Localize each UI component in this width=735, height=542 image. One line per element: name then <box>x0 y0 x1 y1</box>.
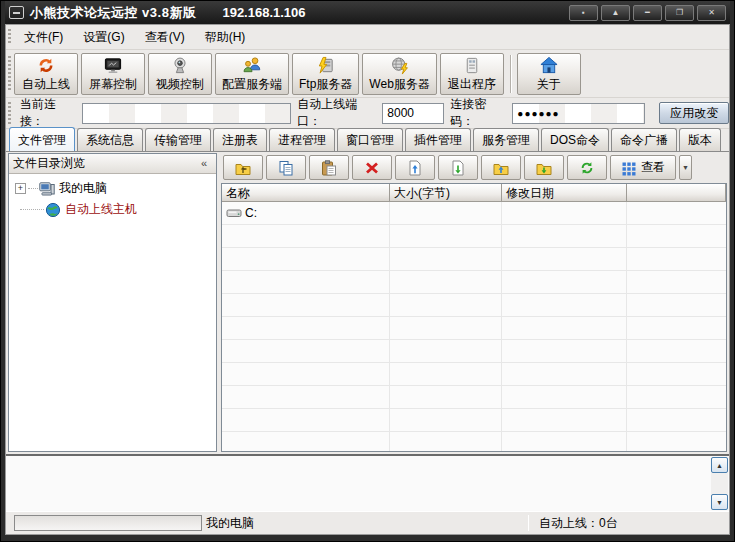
empty-row <box>222 386 726 409</box>
download-folder-icon <box>536 160 552 176</box>
apply-changes-button[interactable]: 应用改变 <box>659 102 729 124</box>
tab-process-management[interactable]: 进程管理 <box>269 128 335 151</box>
status-bar: 我的电脑 自动上线：0台 <box>6 511 729 534</box>
auto-online-button[interactable]: 自动上线 <box>14 53 78 95</box>
upload-file-button[interactable] <box>395 155 435 180</box>
file-name: C: <box>245 206 257 220</box>
file-extra-cell <box>627 202 726 224</box>
screen-control-icon <box>103 56 123 75</box>
scroll-down-button[interactable]: ▼ <box>711 494 728 510</box>
status-location: 我的电脑 <box>202 515 528 532</box>
download-file-button[interactable] <box>438 155 478 180</box>
configure-server-label: 配置服务端 <box>222 76 282 93</box>
about-label: 关于 <box>537 76 561 93</box>
empty-row <box>222 271 726 294</box>
tree-label-auto-online-hosts: 自动上线主机 <box>65 201 137 218</box>
menu-help[interactable]: 帮助(H) <box>195 26 256 49</box>
video-control-button[interactable]: 视频控制 <box>148 53 212 95</box>
video-control-label: 视频控制 <box>156 76 204 93</box>
column-header-name[interactable]: 名称 <box>222 184 390 202</box>
globe-icon <box>45 202 61 218</box>
empty-row <box>222 363 726 386</box>
file-row-c-drive[interactable]: C: <box>222 202 726 225</box>
menu-file[interactable]: 文件(F) <box>14 26 73 49</box>
tab-registry[interactable]: 注册表 <box>213 128 267 151</box>
up-directory-button[interactable] <box>223 155 263 180</box>
connection-bar: 当前连接： 自动上线端口： 连接密码： 应用改变 <box>6 98 729 129</box>
tab-system-info[interactable]: 系统信息 <box>77 128 143 151</box>
connect-password-label: 连接密码： <box>450 96 508 130</box>
empty-row <box>222 225 726 248</box>
exit-program-icon <box>462 56 482 75</box>
download-folder-button[interactable] <box>524 155 564 180</box>
tab-window-management[interactable]: 窗口管理 <box>337 128 403 151</box>
about-house-icon <box>539 56 559 75</box>
web-server-icon <box>390 56 410 75</box>
scroll-up-button[interactable]: ▲ <box>711 457 728 473</box>
screen-control-button[interactable]: 屏幕控制 <box>81 53 145 95</box>
ftp-server-label: Ftp服务器 <box>299 76 352 93</box>
rollup-button[interactable]: ▲ <box>601 5 630 21</box>
sidebar-title: 文件目录浏览 <box>13 155 85 172</box>
tab-plugin-management[interactable]: 插件管理 <box>405 128 471 151</box>
tab-transfer-management[interactable]: 传输管理 <box>145 128 211 151</box>
close-button[interactable]: ✕ <box>697 5 726 21</box>
connect-password-input[interactable] <box>512 103 645 124</box>
ftp-server-button[interactable]: Ftp服务器 <box>292 53 359 95</box>
column-header-modified[interactable]: 修改日期 <box>502 184 627 202</box>
expand-icon[interactable]: + <box>15 183 26 194</box>
exit-program-button[interactable]: 退出程序 <box>440 53 504 95</box>
pin-button[interactable]: ▪ <box>569 5 598 21</box>
minimize-button[interactable]: ━ <box>633 5 662 21</box>
window-title: 小熊技术论坛远控 v3.8新版 <box>30 4 196 22</box>
menu-settings[interactable]: 设置(G) <box>73 26 134 49</box>
menu-view[interactable]: 查看(V) <box>135 26 195 49</box>
connection-grip-handle[interactable] <box>8 102 11 124</box>
delete-button[interactable] <box>352 155 392 180</box>
file-list-panel: 名称 大小(字节) 修改日期 <box>221 183 727 452</box>
directory-tree: + 我的电脑 <box>9 174 216 224</box>
ftp-server-icon <box>316 56 336 75</box>
configure-server-icon <box>242 56 262 75</box>
file-size-cell <box>390 202 502 224</box>
tab-service-management[interactable]: 服务管理 <box>473 128 539 151</box>
paste-icon <box>321 160 337 176</box>
current-connection-input[interactable] <box>82 103 291 124</box>
tab-command-broadcast[interactable]: 命令广播 <box>611 128 677 151</box>
file-name-cell: C: <box>222 202 390 224</box>
about-button[interactable]: 关于 <box>517 53 581 95</box>
exit-program-label: 退出程序 <box>448 76 496 93</box>
maximize-button[interactable]: ❐ <box>665 5 694 21</box>
view-dropdown-button[interactable]: ▼ <box>679 155 692 180</box>
sidebar-collapse-button[interactable]: « <box>195 156 213 172</box>
auto-online-port-input[interactable] <box>382 103 444 124</box>
empty-row <box>222 340 726 363</box>
vertical-scrollbar[interactable]: ▲ ▼ <box>711 457 728 510</box>
tab-file-management[interactable]: 文件管理 <box>9 127 75 151</box>
view-button[interactable]: 查看 <box>610 155 676 180</box>
empty-row <box>222 248 726 271</box>
tab-dos-command[interactable]: DOS命令 <box>541 128 609 151</box>
tree-item-auto-online-hosts[interactable]: 自动上线主机 <box>11 199 214 220</box>
column-header-size[interactable]: 大小(字节) <box>390 184 502 202</box>
up-directory-icon <box>235 160 251 176</box>
toolbar-grip-handle[interactable] <box>8 56 11 91</box>
app-window: 小熊技术论坛远控 v3.8新版 192.168.1.106 ▪ ▲ ━ ❐ ✕ … <box>0 0 735 542</box>
menu-grip-handle[interactable] <box>8 29 11 45</box>
tab-version[interactable]: 版本 <box>679 128 721 151</box>
column-header-extra[interactable] <box>627 184 726 202</box>
web-server-button[interactable]: Web服务器 <box>362 53 436 95</box>
toolbar-separator <box>510 55 512 93</box>
upload-folder-button[interactable] <box>481 155 521 180</box>
upload-file-icon <box>407 160 423 176</box>
tree-item-my-computer[interactable]: + 我的电脑 <box>11 178 214 199</box>
paste-button[interactable] <box>309 155 349 180</box>
configure-server-button[interactable]: 配置服务端 <box>215 53 289 95</box>
refresh-button[interactable] <box>567 155 607 180</box>
main-toolbar: 自动上线 屏幕控制 视频控制 <box>6 50 729 98</box>
empty-row <box>222 317 726 340</box>
copy-button[interactable] <box>266 155 306 180</box>
file-modified-cell <box>502 202 627 224</box>
client-area: 文件(F) 设置(G) 查看(V) 帮助(H) 自动上线 <box>5 24 730 535</box>
auto-online-label: 自动上线 <box>22 76 70 93</box>
